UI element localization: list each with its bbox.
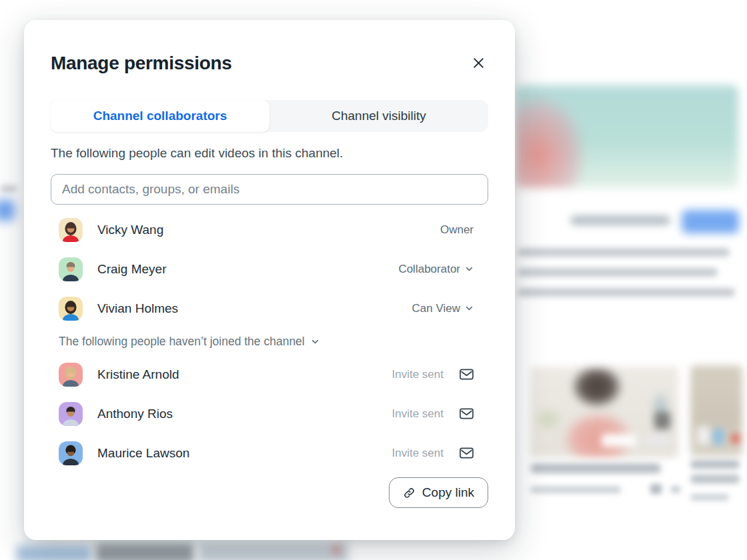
member-name: Vivian Holmes bbox=[97, 301, 412, 316]
blurred-manage-permissions-button bbox=[570, 215, 670, 225]
resend-invite-button[interactable] bbox=[460, 369, 474, 380]
screen: Manage permissions Channel collaborators… bbox=[0, 0, 747, 560]
blurred-video-thumbnail bbox=[199, 543, 348, 560]
member-name: Vicky Wang bbox=[97, 223, 440, 237]
chevron-down-icon bbox=[465, 304, 474, 313]
member-role: Can View bbox=[412, 302, 460, 315]
blurred-primary-button bbox=[682, 210, 739, 233]
manage-permissions-dialog: Manage permissions Channel collaborators… bbox=[24, 20, 515, 540]
invite-status: Invite sent bbox=[392, 407, 444, 421]
tab-channel-collaborators[interactable]: Channel collaborators bbox=[51, 100, 269, 132]
blurred-edit-icon bbox=[650, 484, 662, 494]
member-role-dropdown[interactable]: Collaborator bbox=[398, 263, 474, 276]
close-icon bbox=[472, 56, 486, 70]
member-name: Craig Meyer bbox=[97, 262, 398, 277]
blurred-text-line bbox=[518, 248, 730, 257]
avatar bbox=[59, 402, 83, 426]
invite-status: Invite sent bbox=[392, 447, 444, 460]
pending-section-label: The following people haven’t joined the … bbox=[59, 335, 305, 349]
blurred-text-line bbox=[0, 185, 17, 192]
blurred-overflow-icon bbox=[671, 486, 680, 493]
pending-section-toggle[interactable]: The following people haven’t joined the … bbox=[59, 335, 319, 349]
collaborator-list: Vicky Wang Owner Craig Meyer bbox=[51, 210, 488, 473]
add-people-input[interactable] bbox=[51, 174, 488, 205]
blurred-blue-button-edge bbox=[0, 200, 15, 221]
member-role: Collaborator bbox=[398, 263, 460, 276]
tab-description: The following people can edit videos in … bbox=[51, 145, 488, 161]
blurred-video-title bbox=[690, 460, 740, 469]
avatar bbox=[59, 297, 83, 321]
blurred-video-title bbox=[530, 463, 661, 473]
blurred-text-line bbox=[518, 268, 718, 277]
pending-member-row: Kristine Arnold Invite sent bbox=[51, 355, 488, 394]
pending-member-row: Maurice Lawson Invite sent bbox=[51, 433, 488, 473]
pending-section-header: The following people haven’t joined the … bbox=[51, 328, 488, 355]
member-name: Maurice Lawson bbox=[97, 446, 392, 461]
tab-bar: Channel collaborators Channel visibility bbox=[51, 100, 488, 132]
mail-icon bbox=[460, 369, 474, 380]
dialog-title: Manage permissions bbox=[51, 52, 232, 75]
chevron-down-icon bbox=[311, 337, 319, 346]
blurred-video-meta bbox=[530, 486, 621, 493]
blurred-video-thumbnail bbox=[690, 365, 742, 456]
close-button[interactable] bbox=[469, 53, 488, 73]
blurred-video-meta bbox=[690, 494, 729, 501]
blurred-video-title bbox=[690, 475, 740, 483]
blurred-channel-banner-image bbox=[516, 85, 738, 188]
avatar bbox=[59, 218, 83, 242]
member-row: Vicky Wang Owner bbox=[51, 210, 488, 249]
resend-invite-button[interactable] bbox=[460, 447, 474, 459]
member-name: Kristine Arnold bbox=[97, 367, 392, 382]
member-row: Vivian Holmes Can View bbox=[51, 289, 488, 328]
blurred-video-thumbnail bbox=[530, 367, 678, 457]
copy-link-label: Copy link bbox=[422, 485, 474, 500]
dialog-footer: Copy link bbox=[51, 477, 488, 508]
dialog-header: Manage permissions bbox=[51, 52, 488, 75]
pending-member-row: Anthony Rios Invite sent bbox=[51, 394, 488, 433]
blurred-video-thumbnail bbox=[17, 545, 91, 560]
member-role-dropdown[interactable]: Can View bbox=[412, 302, 474, 315]
copy-link-button[interactable]: Copy link bbox=[389, 477, 488, 508]
avatar bbox=[59, 257, 83, 281]
member-name: Anthony Rios bbox=[97, 407, 392, 421]
mail-icon bbox=[460, 408, 474, 419]
blurred-text-line bbox=[518, 288, 735, 297]
resend-invite-button[interactable] bbox=[460, 408, 474, 419]
member-row: Craig Meyer Collaborator bbox=[51, 249, 488, 289]
tab-channel-visibility[interactable]: Channel visibility bbox=[269, 100, 488, 132]
member-role: Owner bbox=[440, 223, 474, 237]
chevron-down-icon bbox=[465, 265, 474, 273]
link-icon bbox=[403, 487, 416, 499]
invite-status: Invite sent bbox=[392, 368, 444, 381]
avatar bbox=[59, 363, 83, 387]
blurred-video-thumbnail bbox=[95, 543, 194, 560]
avatar bbox=[59, 441, 83, 465]
mail-icon bbox=[460, 447, 474, 459]
